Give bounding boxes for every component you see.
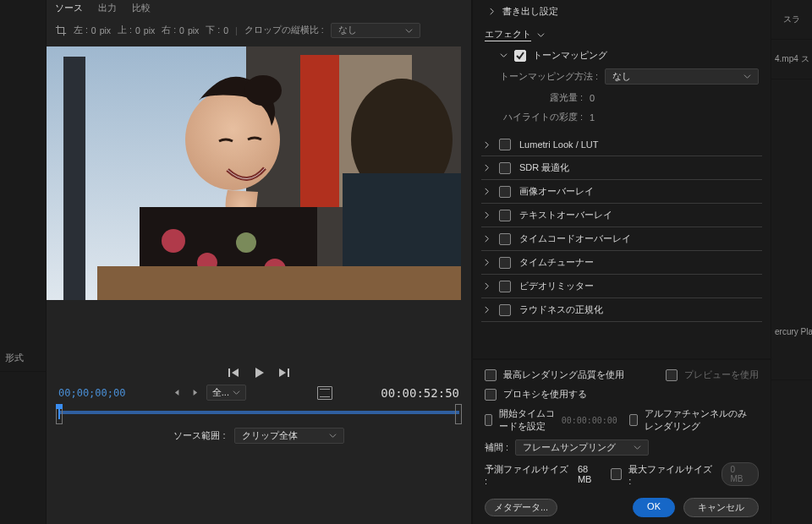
svg-point-10 xyxy=(244,75,282,106)
crop-top[interactable]: 0 xyxy=(135,25,140,35)
effect-checkbox[interactable] xyxy=(499,281,511,292)
effects-tab[interactable]: エフェクト xyxy=(485,29,531,41)
cancel-button[interactable]: キャンセル xyxy=(683,498,759,517)
effect-row[interactable]: ビデオリミッター xyxy=(481,275,762,298)
est-size-value: 68 MB xyxy=(578,464,604,484)
out-timecode[interactable]: 00:00:52:50 xyxy=(381,386,459,400)
right-truncated-strip: スラ 4.mp4 ス ercury Playb xyxy=(771,0,812,524)
effect-checkbox[interactable] xyxy=(499,210,511,221)
crop-left[interactable]: 0 xyxy=(91,25,96,35)
effect-checkbox[interactable] xyxy=(499,304,511,316)
crop-left-label: 左 : xyxy=(74,25,88,36)
chevron-right-icon xyxy=(483,306,491,314)
effect-checkbox[interactable] xyxy=(499,186,511,198)
nudge-left-icon[interactable] xyxy=(174,389,182,396)
effect-row[interactable]: SDR 最適化 xyxy=(481,156,762,180)
tab-output[interactable]: 出力 xyxy=(98,2,117,14)
tone-method-select[interactable]: なし xyxy=(605,68,759,85)
nudge-right-icon[interactable] xyxy=(190,389,198,396)
chevron-right-icon xyxy=(483,282,491,290)
truncated-file: 4.mp4 ス xyxy=(771,40,812,79)
timeline[interactable] xyxy=(58,406,459,419)
tab-compare[interactable]: 比較 xyxy=(132,2,151,14)
max-size-value: 0 MB xyxy=(721,462,759,486)
chevron-right-icon xyxy=(488,8,496,15)
use-proxy-checkbox[interactable] xyxy=(485,389,497,401)
highlight-sat-label: ハイライトの彩度 : xyxy=(500,111,583,123)
metadata-button[interactable]: メタデータ... xyxy=(485,499,557,516)
interp-label: 補間 : xyxy=(485,441,508,454)
in-timecode[interactable]: 00;00;00;00 xyxy=(58,387,125,399)
format-label: 形式 xyxy=(0,345,46,372)
chevron-down-icon xyxy=(329,432,337,439)
chevron-down-icon[interactable] xyxy=(537,31,545,39)
start-tc-label: 開始タイムコードを設定 xyxy=(499,407,555,433)
chevron-down-icon xyxy=(634,444,641,451)
export-settings-header[interactable]: 書き出し設定 xyxy=(473,0,771,23)
crop-bottom-label: 下 : xyxy=(206,25,220,36)
effect-checkbox[interactable] xyxy=(499,257,511,269)
fit-icon[interactable] xyxy=(317,386,332,400)
chevron-down-icon[interactable] xyxy=(500,52,508,59)
crop-right-label: 右 : xyxy=(162,25,176,36)
crop-right[interactable]: 0 xyxy=(179,25,184,35)
effect-title: テキストオーバーレイ xyxy=(519,209,612,221)
effect-checkbox[interactable] xyxy=(499,139,511,150)
truncated-mercury: ercury Playb xyxy=(771,314,812,380)
start-tc-checkbox[interactable] xyxy=(485,414,492,426)
tone-mapping-title: トーンマッピング xyxy=(533,49,607,62)
chevron-right-icon xyxy=(483,188,491,195)
crop-bottom[interactable]: 0 xyxy=(223,25,228,35)
effect-title: ビデオリミッター xyxy=(519,280,594,292)
effect-row[interactable]: Lumetri Look / LUT xyxy=(481,134,762,156)
interp-select[interactable]: フレームサンプリング xyxy=(515,439,649,456)
effect-row[interactable]: 画像オーバーレイ xyxy=(481,180,762,204)
effect-list: Lumetri Look / LUTSDR 最適化画像オーバーレイテキストオーバ… xyxy=(473,134,771,329)
tone-method-label: トーンマッピング方法 : xyxy=(500,70,598,83)
effect-row[interactable]: タイムコードオーバーレイ xyxy=(481,227,762,251)
best-quality-checkbox[interactable] xyxy=(485,369,497,381)
svg-rect-2 xyxy=(63,57,85,300)
crop-top-label: 上 : xyxy=(118,25,132,36)
effect-checkbox[interactable] xyxy=(499,233,511,245)
effect-title: SDR 最適化 xyxy=(519,161,569,174)
out-mark[interactable] xyxy=(455,404,462,424)
chevron-right-icon xyxy=(483,235,491,243)
svg-rect-4 xyxy=(300,55,339,207)
zoom-select[interactable]: 全... xyxy=(206,385,246,401)
effect-checkbox[interactable] xyxy=(499,162,511,174)
crop-bar: 左 : 0 pix 上 : 0 pix 右 : 0 pix 下 : 0 | クロ… xyxy=(47,19,471,46)
est-size-label: 予測ファイルサイズ : xyxy=(485,463,571,486)
crop-icon[interactable] xyxy=(55,25,67,36)
preview-tabs: ソース 出力 比較 xyxy=(47,0,471,19)
ok-button[interactable]: OK xyxy=(633,498,675,517)
svg-rect-16 xyxy=(97,266,461,300)
use-preview-checkbox[interactable] xyxy=(666,369,678,381)
max-size-checkbox[interactable] xyxy=(611,468,623,480)
svg-rect-18 xyxy=(288,368,289,377)
exposure-label: 露光量 : xyxy=(500,91,583,104)
effect-row[interactable]: ラウドネスの正規化 xyxy=(481,298,762,322)
tone-mapping-checkbox[interactable] xyxy=(514,50,526,62)
step-back-button[interactable] xyxy=(227,366,240,379)
start-tc-value: 00:00:00:00 xyxy=(562,416,617,425)
effect-row[interactable]: テキストオーバーレイ xyxy=(481,204,762,227)
max-size-label: 最大ファイルサイズ : xyxy=(628,463,714,486)
chevron-right-icon xyxy=(483,211,491,219)
tab-source[interactable]: ソース xyxy=(55,2,83,14)
chevron-right-icon xyxy=(483,259,491,266)
source-range-select[interactable]: クリップ全体 xyxy=(234,428,344,444)
transport-controls xyxy=(47,359,471,385)
step-forward-button[interactable] xyxy=(277,366,291,379)
exposure-value[interactable]: 0 xyxy=(590,93,595,103)
truncated-text: スラ xyxy=(771,0,812,40)
video-preview[interactable] xyxy=(47,46,461,300)
alpha-only-checkbox[interactable] xyxy=(629,414,639,426)
playhead[interactable] xyxy=(58,406,60,419)
svg-rect-17 xyxy=(228,368,230,377)
highlight-sat-value[interactable]: 1 xyxy=(590,112,595,123)
effect-title: タイムコードオーバーレイ xyxy=(519,232,631,245)
play-button[interactable] xyxy=(252,366,266,379)
crop-aspect-select[interactable]: なし xyxy=(331,23,420,38)
effect-row[interactable]: タイムチューナー xyxy=(481,251,762,275)
